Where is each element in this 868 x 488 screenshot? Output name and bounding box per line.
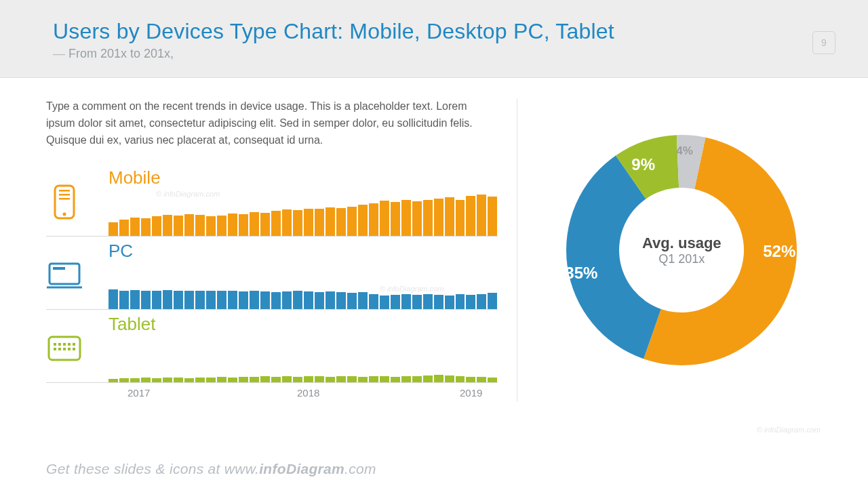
slide-subtitle: From 201x to 201x, [53, 47, 827, 61]
svg-rect-18 [73, 348, 75, 350]
svg-rect-12 [68, 343, 71, 346]
page-number: 9 [812, 31, 835, 54]
comment-text: Type a comment on the recent trends in d… [46, 98, 498, 148]
sparkline-pc: PC [46, 237, 498, 310]
svg-rect-17 [68, 348, 71, 350]
tablet-icon [46, 330, 83, 367]
footer-credit: Get these slides & icons at www.infoDiag… [46, 461, 376, 477]
svg-rect-9 [54, 343, 56, 346]
footer-suffix: .com [344, 461, 376, 476]
donut-label-other: 4% [676, 144, 693, 158]
xaxis-tick-1: 2017 [127, 387, 150, 399]
left-column: Type a comment on the recent trends in d… [46, 98, 498, 402]
svg-rect-5 [50, 264, 79, 284]
footer-prefix: Get these slides & icons at www. [46, 461, 259, 476]
svg-rect-13 [73, 343, 75, 346]
pc-icon [46, 257, 83, 293]
right-column: Avg. usage Q1 201x 52% 35% 9% 4% [517, 98, 827, 402]
watermark-icon: © infoDiagram.com [757, 426, 821, 434]
slide-header: Users by Devices Type Chart: Mobile, Des… [0, 0, 868, 78]
donut-label-mobile: 52% [763, 242, 795, 261]
donut-center: Avg. usage Q1 201x [620, 189, 743, 311]
tablet-bars [98, 314, 498, 382]
sparkline-tablet: Tablet [46, 310, 498, 383]
footer-brand: infoDiagram [259, 461, 344, 476]
svg-rect-11 [63, 343, 66, 346]
svg-rect-15 [58, 348, 61, 350]
svg-rect-16 [63, 348, 66, 350]
sparkline-mobile: Mobile [46, 163, 498, 237]
svg-rect-14 [54, 348, 56, 350]
svg-rect-7 [53, 267, 65, 270]
donut-chart: Avg. usage Q1 201x 52% 35% 9% 4% [559, 128, 804, 372]
svg-rect-10 [58, 343, 61, 346]
donut-label-tablet: 9% [631, 155, 655, 174]
donut-center-line1: Avg. usage [642, 235, 722, 252]
xaxis-tick-2: 2018 [297, 387, 319, 399]
pc-label: PC [108, 241, 133, 262]
mobile-icon [46, 184, 83, 220]
slide-title: Users by Devices Type Chart: Mobile, Des… [53, 19, 827, 44]
svg-rect-4 [59, 198, 70, 200]
pc-bars [98, 241, 498, 309]
svg-rect-3 [59, 194, 70, 196]
donut-label-pc: 35% [565, 264, 597, 283]
xaxis-tick-3: 2019 [460, 387, 482, 399]
svg-point-1 [63, 212, 66, 216]
svg-rect-2 [59, 190, 70, 192]
donut-center-line2: Q1 201x [658, 252, 705, 266]
tablet-label: Tablet [108, 314, 155, 335]
sparkline-xaxis: 2017 2018 2019 [46, 383, 498, 402]
mobile-label: Mobile [108, 167, 161, 188]
